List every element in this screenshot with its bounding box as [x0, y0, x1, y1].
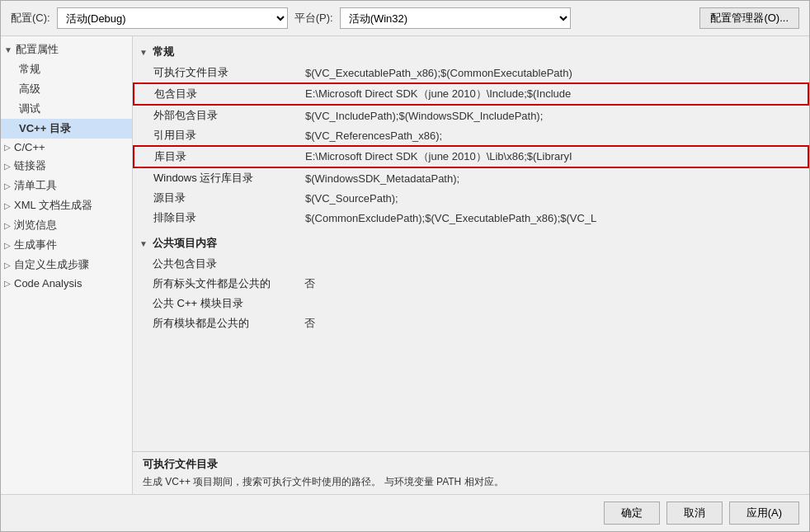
prop-name-all-headers-public: 所有标头文件都是公共的 [133, 274, 298, 294]
prop-value-ref-dir: $(VC_ReferencesPath_x86); [299, 125, 808, 146]
prop-value-src-dir: $(VC_SourcePath); [299, 188, 808, 208]
right-panel: ▼ 常规 可执行文件目录 $(VC_ExecutablePath_x86);$(… [133, 36, 809, 494]
cancel-button[interactable]: 取消 [666, 501, 723, 525]
cpp-arrow-icon: ▷ [4, 143, 11, 152]
table-row[interactable]: 可执行文件目录 $(VC_ExecutablePath_x86);$(Commo… [134, 63, 808, 83]
sidebar-item-code-analysis[interactable]: ▷ Code Analysis [1, 275, 132, 292]
sidebar-cpp-label: C/C++ [14, 141, 45, 153]
table-row[interactable]: 所有模块都是公共的 否 [133, 313, 809, 333]
prop-value-winrt-dir: $(WindowsSDK_MetadataPath); [299, 167, 808, 188]
sidebar-root[interactable]: ▼ 配置属性 [1, 40, 132, 59]
table-row[interactable]: Windows 运行库目录 $(WindowsSDK_MetadataPath)… [134, 167, 808, 188]
sidebar-linker-label: 链接器 [14, 158, 46, 173]
sidebar-item-xml[interactable]: ▷ XML 文档生成器 [1, 195, 132, 215]
section-general-title: 常规 [153, 45, 174, 59]
prop-value-public-module-dir [298, 294, 809, 313]
props-area: ▼ 常规 可执行文件目录 $(VC_ExecutablePath_x86);$(… [133, 36, 809, 451]
prop-name-all-modules-public: 所有模块都是公共的 [133, 313, 298, 333]
sidebar-item-cpp[interactable]: ▷ C/C++ [1, 139, 132, 156]
sidebar-build-events-label: 生成事件 [14, 238, 57, 252]
config-label: 配置(C): [11, 11, 50, 26]
prop-name-include-dir: 包含目录 [134, 83, 299, 105]
status-description: 生成 VC++ 项目期间，搜索可执行文件时使用的路径。 与环境变量 PATH 相… [143, 475, 799, 489]
table-row[interactable]: 源目录 $(VC_SourcePath); [134, 188, 808, 208]
sidebar-custom-build-label: 自定义生成步骤 [14, 257, 89, 272]
root-arrow-icon: ▼ [4, 45, 12, 54]
prop-value-all-modules-public: 否 [298, 313, 809, 333]
section-public-title: 公共项目内容 [153, 236, 217, 251]
sidebar-xml-label: XML 文档生成器 [14, 198, 92, 213]
prop-name-winrt-dir: Windows 运行库目录 [134, 167, 299, 188]
sidebar-item-manifest[interactable]: ▷ 清单工具 [1, 176, 132, 195]
prop-value-public-include [298, 254, 809, 274]
sidebar-item-browse[interactable]: ▷ 浏览信息 [1, 215, 132, 235]
linker-arrow-icon: ▷ [4, 162, 11, 171]
config-select[interactable]: 活动(Debug) [57, 7, 288, 29]
apply-button[interactable]: 应用(A) [729, 501, 799, 525]
table-row-include-dir[interactable]: 包含目录 E:\Microsoft Direct SDK（june 2010）\… [134, 83, 808, 105]
section-public-header[interactable]: ▼ 公共项目内容 [133, 233, 809, 254]
section-general-header[interactable]: ▼ 常规 [133, 41, 809, 63]
table-row[interactable]: 排除目录 $(CommonExcludePath);$(VC_Executabl… [134, 208, 808, 228]
prop-name-executable-dir: 可执行文件目录 [134, 63, 299, 83]
prop-name-exclude-dir: 排除目录 [134, 208, 299, 228]
status-bar: 可执行文件目录 生成 VC++ 项目期间，搜索可执行文件时使用的路径。 与环境变… [133, 451, 809, 494]
prop-value-lib-dir: E:\Microsoft Direct SDK（june 2010）\Lib\x… [299, 146, 808, 167]
prop-name-public-include: 公共包含目录 [133, 254, 298, 274]
sidebar-item-advanced[interactable]: 高级 [1, 79, 132, 99]
prop-name-external-include: 外部包含目录 [134, 105, 299, 125]
public-props-table: 公共包含目录 所有标头文件都是公共的 否 公共 C++ 模块目录 所有模 [133, 254, 809, 333]
sidebar-item-build-events[interactable]: ▷ 生成事件 [1, 235, 132, 255]
platform-label: 平台(P): [294, 11, 333, 26]
sidebar-root-label: 配置属性 [16, 42, 59, 57]
sidebar-manifest-label: 清单工具 [14, 178, 57, 193]
sidebar-item-general[interactable]: 常规 [1, 59, 132, 79]
general-props-table: 可执行文件目录 $(VC_ExecutablePath_x86);$(Commo… [133, 63, 809, 228]
platform-select[interactable]: 活动(Win32) [340, 7, 571, 29]
sidebar-item-linker[interactable]: ▷ 链接器 [1, 156, 132, 176]
prop-value-all-headers-public: 否 [298, 274, 809, 294]
prop-name-src-dir: 源目录 [134, 188, 299, 208]
prop-value-executable-dir: $(VC_ExecutablePath_x86);$(CommonExecuta… [299, 63, 808, 83]
custom-build-arrow-icon: ▷ [4, 261, 11, 270]
prop-value-include-dir: E:\Microsoft Direct SDK（june 2010）\Inclu… [299, 83, 808, 105]
code-analysis-arrow-icon: ▷ [4, 279, 11, 288]
prop-name-lib-dir: 库目录 [134, 146, 299, 167]
prop-value-external-include: $(VC_IncludePath);$(WindowsSDK_IncludePa… [299, 105, 808, 125]
prop-name-public-module-dir: 公共 C++ 模块目录 [133, 294, 298, 313]
prop-name-ref-dir: 引用目录 [134, 125, 299, 146]
table-row[interactable]: 引用目录 $(VC_ReferencesPath_x86); [134, 125, 808, 146]
config-manager-button[interactable]: 配置管理器(O)... [699, 7, 799, 29]
sidebar-item-debug[interactable]: 调试 [1, 99, 132, 119]
table-row[interactable]: 所有标头文件都是公共的 否 [133, 274, 809, 294]
bottom-bar: 确定 取消 应用(A) [1, 494, 809, 531]
section-general-arrow-icon: ▼ [139, 48, 148, 57]
prop-value-exclude-dir: $(CommonExcludePath);$(VC_ExecutablePath… [299, 208, 808, 228]
table-row[interactable]: 外部包含目录 $(VC_IncludePath);$(WindowsSDK_In… [134, 105, 808, 125]
table-row-lib-dir[interactable]: 库目录 E:\Microsoft Direct SDK（june 2010）\L… [134, 146, 808, 167]
sidebar: ▼ 配置属性 常规 高级 调试 VC++ 目录 ▷ C/C++ ▷ 链接器 ▷ … [1, 36, 133, 494]
status-title: 可执行文件目录 [143, 457, 799, 472]
sidebar-browse-label: 浏览信息 [14, 218, 57, 233]
table-row[interactable]: 公共包含目录 [133, 254, 809, 274]
sidebar-code-analysis-label: Code Analysis [14, 277, 82, 290]
sidebar-item-vc-dirs[interactable]: VC++ 目录 [1, 119, 132, 139]
ok-button[interactable]: 确定 [604, 501, 660, 525]
manifest-arrow-icon: ▷ [4, 181, 11, 191]
build-events-arrow-icon: ▷ [4, 241, 11, 250]
table-row[interactable]: 公共 C++ 模块目录 [133, 294, 809, 313]
section-public-arrow-icon: ▼ [139, 239, 148, 248]
sidebar-item-custom-build[interactable]: ▷ 自定义生成步骤 [1, 255, 132, 275]
browse-arrow-icon: ▷ [4, 221, 11, 230]
xml-arrow-icon: ▷ [4, 201, 11, 210]
